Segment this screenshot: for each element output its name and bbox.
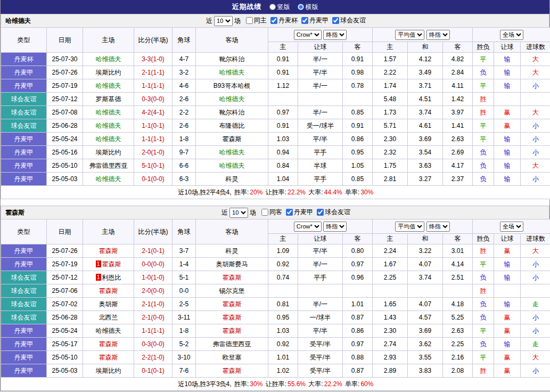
checkbox-input[interactable] xyxy=(317,209,324,216)
euro-scope-select[interactable]: 终指 xyxy=(426,30,450,40)
match-score[interactable]: 0-3(0-0) xyxy=(134,93,173,106)
home-team[interactable]: 哈维德夫 xyxy=(83,106,134,119)
away-team[interactable]: 科灵 xyxy=(196,173,268,186)
horizontal-radio-input[interactable] xyxy=(298,4,304,10)
team-link[interactable]: 哈维德夫 xyxy=(96,122,121,129)
home-team[interactable]: 奥胡斯 xyxy=(83,298,134,311)
team-link[interactable]: 弗雷德里西亚 xyxy=(89,162,128,169)
bookmaker-select[interactable]: Crow* xyxy=(294,222,322,232)
team-link[interactable]: 奥胡斯 xyxy=(99,300,118,308)
match-score[interactable]: 2-0(0-0) xyxy=(134,284,173,298)
checkbox-input[interactable] xyxy=(246,17,253,24)
match-score[interactable]: 2-2(1-0) xyxy=(134,351,173,364)
match-score[interactable]: 0-1(0-0) xyxy=(134,173,173,186)
away-team[interactable]: 霍森斯 xyxy=(196,298,268,311)
home-team[interactable]: 哈维德夫 xyxy=(83,173,134,186)
team-link[interactable]: 弗雷德里西亚 xyxy=(213,340,251,348)
team-link[interactable]: 埃斯比约 xyxy=(96,69,121,76)
away-team[interactable]: 科灵 xyxy=(196,244,268,258)
team-link[interactable]: 科灵 xyxy=(226,175,239,183)
away-team[interactable]: 哈维德夫 xyxy=(196,146,268,159)
match-score[interactable]: 0-3(0-0) xyxy=(134,338,173,351)
away-team[interactable]: 靴尔科治 xyxy=(196,106,268,119)
checkbox-input[interactable] xyxy=(301,17,308,24)
home-team[interactable]: 哈维德夫 xyxy=(83,119,134,133)
bookmaker-select[interactable]: Crow* xyxy=(294,30,322,40)
checkbox-input[interactable] xyxy=(286,209,293,216)
team-link[interactable]: 利恩比 xyxy=(102,274,121,281)
team-link[interactable]: 霍森斯 xyxy=(223,300,242,308)
team-link[interactable]: 罗斯基德 xyxy=(96,95,121,103)
team-link[interactable]: 哈维德夫 xyxy=(219,149,245,156)
home-team[interactable]: 1霍森斯 xyxy=(83,258,134,271)
team-link[interactable]: 霍森斯 xyxy=(99,354,118,361)
away-team[interactable]: 霍森斯 xyxy=(196,271,268,284)
match-scope-select[interactable]: 全场 xyxy=(500,30,523,40)
team-link[interactable]: 哈维德夫 xyxy=(96,327,121,334)
match-score[interactable]: 2-1(1-0) xyxy=(134,298,173,311)
home-team[interactable]: 哈维德夫 xyxy=(83,324,134,338)
vertical-radio-input[interactable] xyxy=(269,4,276,10)
team-link[interactable]: 科灵 xyxy=(226,247,239,255)
match-score[interactable]: 4-2(4-1) xyxy=(134,106,173,119)
team-link[interactable]: 霍森斯 xyxy=(223,314,242,321)
home-team[interactable]: 霍森斯 xyxy=(83,284,134,298)
league-filter-checkbox[interactable]: 丹麦甲 xyxy=(286,208,313,217)
team-link[interactable]: B93哥本哈根 xyxy=(214,82,250,89)
team-link[interactable]: 霍森斯 xyxy=(99,247,118,255)
team-link[interactable]: 锡尔克堡 xyxy=(219,287,245,295)
match-score[interactable]: 3-3(1-0) xyxy=(134,53,173,66)
asia-scope-select[interactable]: 终指 xyxy=(323,222,347,232)
match-score[interactable]: 2-1(1-1) xyxy=(134,66,173,79)
away-team[interactable]: B93哥本哈根 xyxy=(196,79,268,93)
match-score[interactable]: 1-1(1-1) xyxy=(134,79,173,93)
league-filter-checkbox[interactable]: 同主 xyxy=(246,16,267,25)
team-link[interactable]: 哈维德夫 xyxy=(96,109,121,116)
checkbox-input[interactable] xyxy=(332,17,339,24)
home-team[interactable]: 埃斯比约 xyxy=(83,146,134,159)
recent-count-select[interactable]: 10 xyxy=(229,208,248,218)
league-filter-checkbox[interactable]: 球会友谊 xyxy=(332,16,366,25)
home-team[interactable]: 弗雷德里西亚 xyxy=(83,159,134,173)
away-team[interactable]: 哈维德夫 xyxy=(196,93,268,106)
match-score[interactable]: 0-0(0-0) xyxy=(134,258,173,271)
team-link[interactable]: 霍森斯 xyxy=(223,367,242,374)
team-link[interactable]: 布隆德比 xyxy=(219,122,245,129)
away-team[interactable]: 霍森斯 xyxy=(196,364,268,378)
team-link[interactable]: 奥胡斯费马 xyxy=(216,260,248,268)
layout-radio-vertical[interactable]: 竖版 xyxy=(269,3,290,12)
match-score[interactable]: 1-0(1-0) xyxy=(134,271,173,284)
euro-source-select[interactable]: 平均值 xyxy=(395,30,424,40)
team-link[interactable]: 哈维德夫 xyxy=(96,175,121,183)
away-team[interactable]: 奥胡斯费马 xyxy=(196,258,268,271)
euro-source-select[interactable]: 平均值 xyxy=(395,222,424,232)
team-link[interactable]: 埃斯比约 xyxy=(96,149,121,156)
home-team[interactable]: 罗斯基德 xyxy=(83,93,134,106)
home-team[interactable]: 哈维德夫 xyxy=(83,133,134,146)
team-link[interactable]: 靴尔科治 xyxy=(219,55,245,63)
away-team[interactable]: 霍森斯 xyxy=(196,133,268,146)
away-team[interactable]: 布隆德比 xyxy=(196,119,268,133)
checkbox-input[interactable] xyxy=(261,209,268,216)
team-link[interactable]: 霍森斯 xyxy=(99,287,118,295)
team-link[interactable]: 哈维德夫 xyxy=(219,95,245,103)
team-link[interactable]: 霍森斯 xyxy=(223,327,242,334)
home-team[interactable]: 埃斯比约 xyxy=(83,66,134,79)
layout-radio-horizontal[interactable]: 横版 xyxy=(298,3,318,12)
league-filter-checkbox[interactable]: 丹麦杯 xyxy=(270,16,298,25)
home-team[interactable]: 霍森斯 xyxy=(83,351,134,364)
match-score[interactable]: 1-1(1-1) xyxy=(134,324,173,338)
team-link[interactable]: 霍森斯 xyxy=(223,274,242,281)
team-link[interactable]: 北西兰 xyxy=(99,314,118,321)
team-link[interactable]: 欧登塞 xyxy=(223,354,242,361)
home-team[interactable]: 埃斯比约 xyxy=(83,364,134,378)
team-link[interactable]: 霍森斯 xyxy=(102,260,121,268)
match-scope-select[interactable]: 全场 xyxy=(500,222,523,232)
home-team[interactable]: 霍森斯 xyxy=(83,338,134,351)
team-link[interactable]: 哈维德夫 xyxy=(96,55,121,63)
team-link[interactable]: 哈维德夫 xyxy=(219,162,245,169)
team-link[interactable]: 哈维德夫 xyxy=(219,69,245,76)
away-team[interactable]: 霍森斯 xyxy=(196,324,268,338)
checkbox-input[interactable] xyxy=(270,17,277,24)
asia-scope-select[interactable]: 终指 xyxy=(323,30,347,40)
